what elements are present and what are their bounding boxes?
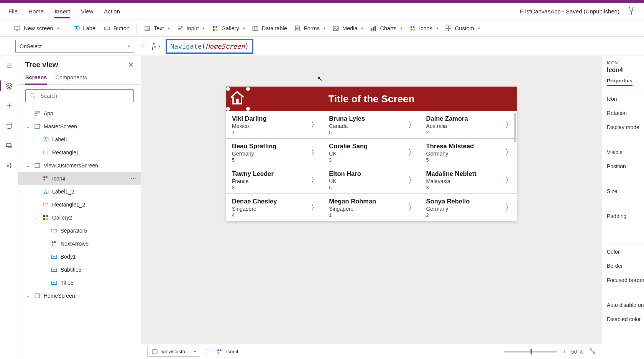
tree-node-separator5[interactable]: Separator5 [18, 224, 141, 237]
chevron-right-icon[interactable]: 〉 [310, 119, 319, 131]
tree-node-app[interactable]: App [18, 107, 141, 120]
chevron-right-icon[interactable]: 〉 [505, 119, 513, 131]
selection-handles[interactable] [228, 89, 248, 109]
insert-datatable-button[interactable]: Data table [252, 25, 287, 32]
chevron-right-icon[interactable]: 〉 [310, 202, 319, 213]
chevron-right-icon[interactable]: 〉 [408, 174, 416, 186]
zoom-slider[interactable] [504, 351, 557, 352]
insert-icons-button[interactable]: Icons ▾ [409, 25, 438, 32]
prop-border[interactable]: Border [607, 259, 644, 273]
chevron-right-icon[interactable]: 〉 [310, 147, 319, 158]
prop-color[interactable]: Color [607, 244, 644, 259]
tree-node-masterscreen[interactable]: ⌄ MasterScreen [18, 120, 141, 133]
tree-node-gallery2[interactable]: ⌄ Gallery2 [18, 211, 141, 224]
prop-auto-disable[interactable]: Auto disable on s [607, 298, 644, 312]
tree-search[interactable] [25, 89, 134, 102]
screen-preview[interactable]: Title of the Screen Viki DarlingMexico1〉… [226, 87, 517, 221]
tree-node-rectangle1[interactable]: Rectangle1 [18, 146, 141, 159]
gallery-item[interactable]: Daine ZamoraAustralia2〉 [420, 111, 517, 139]
tab-components[interactable]: Components [55, 71, 87, 84]
insert-input-button[interactable]: Input ▾ [177, 25, 205, 32]
menu-insert[interactable]: Insert [54, 4, 70, 18]
chevron-right-icon[interactable]: 〉 [408, 147, 416, 158]
rail-tree-view[interactable] [5, 81, 14, 90]
gallery-item[interactable]: Coralie SangUK3〉 [323, 139, 420, 166]
gallery[interactable]: Viki DarlingMexico1〉Bruna LylesCanada5〉D… [226, 111, 517, 221]
tree-node-label1-2[interactable]: Label1_2 [18, 185, 141, 198]
tree-node-body1[interactable]: Body1 [18, 250, 141, 263]
chevron-right-icon[interactable]: 〉 [408, 202, 416, 213]
prop-icon[interactable]: Icon [607, 92, 644, 106]
tree-node-viewcustomers[interactable]: ⌄ ViewCustomersScreen [18, 159, 141, 172]
close-icon[interactable]: ✕ [128, 61, 134, 69]
insert-media-button[interactable]: Media ▾ [332, 25, 363, 32]
prop-display-mode[interactable]: Display mode [607, 120, 644, 134]
rail-insert[interactable] [5, 101, 14, 110]
gallery-item[interactable]: Bruna LylesCanada5〉 [323, 111, 420, 139]
rail-data[interactable] [5, 121, 14, 130]
chevron-right-icon[interactable]: 〉 [310, 174, 319, 186]
tree-node-nextarrow5[interactable]: NextArrow5 [18, 237, 141, 250]
chevron-right-icon[interactable]: 〉 [408, 119, 416, 131]
selected-home-icon[interactable] [229, 90, 247, 108]
insert-label-button[interactable]: Label [73, 25, 97, 32]
app-checker-icon[interactable] [627, 7, 636, 16]
gallery-item[interactable]: Viki DarlingMexico1〉 [226, 111, 323, 139]
chevron-right-icon[interactable]: 〉 [505, 174, 513, 186]
tree-node-label1[interactable]: Label1 [18, 133, 141, 146]
insert-custom-button[interactable]: Custom ▾ [445, 25, 480, 32]
tree-node-rectangle1-2[interactable]: Rectangle1_2 [18, 198, 141, 211]
gallery-item[interactable]: Madaline NeblettMalayasia3〉 [420, 166, 517, 194]
canvas-area[interactable]: ↖ Title of the Screen [141, 56, 602, 359]
menu-home[interactable]: Home [28, 4, 44, 18]
menu-action[interactable]: Action [104, 4, 120, 18]
rail-hamburger[interactable] [5, 61, 14, 70]
tree-node-subtitle5[interactable]: Subtitle5 [18, 263, 141, 276]
label-icon [51, 253, 58, 260]
gallery-item[interactable]: Denae ChesleySingapore4〉 [226, 194, 323, 221]
more-icon[interactable]: ⋯ [131, 175, 137, 182]
property-select[interactable]: OnSelect ▾ [15, 40, 134, 53]
prop-size[interactable]: Size [607, 184, 644, 198]
chevron-right-icon[interactable]: 〉 [505, 147, 513, 158]
insert-charts-button[interactable]: Charts ▾ [370, 25, 402, 32]
prop-focused-border[interactable]: Focused border [607, 273, 644, 287]
chevron-down-icon: ▾ [478, 26, 480, 30]
prop-disabled-color[interactable]: Disabled color [607, 312, 644, 326]
zoom-in-button[interactable]: + [563, 349, 566, 355]
gallery-item[interactable]: Elton HaroUK5〉 [323, 166, 420, 194]
breadcrumb-control[interactable]: Icon4 [216, 348, 238, 355]
tab-properties[interactable]: Properties [607, 78, 632, 86]
tree-search-input[interactable] [39, 92, 130, 99]
zoom-out-button[interactable]: − [495, 349, 498, 355]
tab-screens[interactable]: Screens [25, 71, 47, 85]
fit-to-window-button[interactable] [589, 348, 596, 356]
formula-input[interactable]: Navigate(HomeScreen) [165, 39, 637, 54]
prop-rotation[interactable]: Rotation [607, 106, 644, 120]
gallery-item[interactable]: Tawny LeederFrance3〉 [226, 166, 323, 194]
gallery-item[interactable]: Megan RohmanSingapore1〉 [323, 194, 420, 221]
insert-gallery-button[interactable]: Gallery ▾ [212, 25, 245, 32]
tree-node-icon4[interactable]: Icon4 ⋯ [18, 172, 141, 185]
tree-node-homescreen[interactable]: ⌄ HomeScreen [18, 289, 141, 302]
insert-text-button[interactable]: Abc Text ▾ [144, 25, 170, 32]
fx-label[interactable]: fx ▾ [152, 42, 161, 50]
control-name[interactable]: Icon4 [607, 67, 644, 74]
rail-media[interactable] [5, 141, 14, 150]
menu-view[interactable]: View [81, 4, 93, 18]
prop-visible[interactable]: Visible [607, 145, 644, 159]
rail-tools[interactable] [5, 161, 14, 170]
breadcrumb-screen[interactable]: ViewCusto… ▾ [147, 347, 200, 357]
prop-padding[interactable]: Padding [607, 209, 644, 223]
insert-button-button[interactable]: Button [104, 25, 130, 32]
tree-node-title5[interactable]: Title5 [18, 276, 141, 289]
gallery-item[interactable]: Beau SpratlingGermany5〉 [226, 139, 323, 166]
new-screen-button[interactable]: New screen ▾ [14, 25, 59, 32]
gallery-item[interactable]: Thresa MilsteadGermany5〉 [420, 139, 517, 166]
tree-node-label: Rectangle1_2 [52, 202, 85, 208]
menu-file[interactable]: File [8, 4, 18, 18]
insert-forms-button[interactable]: Forms ▾ [294, 25, 325, 32]
prop-position[interactable]: Position [607, 159, 644, 173]
gallery-item[interactable]: Sonya RebelloGermany2〉 [420, 194, 517, 221]
chevron-right-icon[interactable]: 〉 [505, 202, 513, 213]
